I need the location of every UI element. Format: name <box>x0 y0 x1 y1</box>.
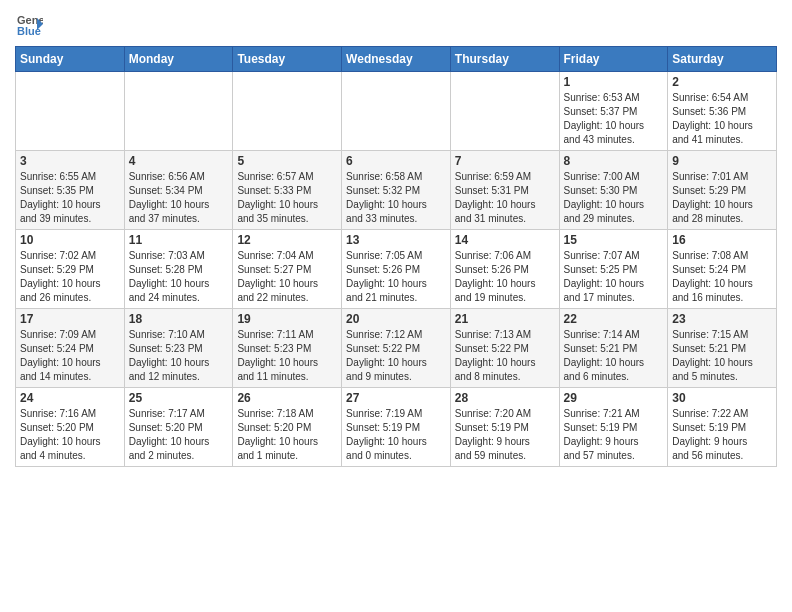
day-info: Sunrise: 7:03 AM Sunset: 5:28 PM Dayligh… <box>129 249 229 305</box>
day-info: Sunrise: 7:20 AM Sunset: 5:19 PM Dayligh… <box>455 407 555 463</box>
day-number: 18 <box>129 312 229 326</box>
calendar-cell: 19Sunrise: 7:11 AM Sunset: 5:23 PM Dayli… <box>233 309 342 388</box>
day-info: Sunrise: 7:14 AM Sunset: 5:21 PM Dayligh… <box>564 328 664 384</box>
day-info: Sunrise: 7:05 AM Sunset: 5:26 PM Dayligh… <box>346 249 446 305</box>
calendar-cell: 4Sunrise: 6:56 AM Sunset: 5:34 PM Daylig… <box>124 151 233 230</box>
day-number: 19 <box>237 312 337 326</box>
calendar-cell: 25Sunrise: 7:17 AM Sunset: 5:20 PM Dayli… <box>124 388 233 467</box>
day-number: 2 <box>672 75 772 89</box>
calendar-cell <box>233 72 342 151</box>
day-info: Sunrise: 7:09 AM Sunset: 5:24 PM Dayligh… <box>20 328 120 384</box>
calendar-cell: 15Sunrise: 7:07 AM Sunset: 5:25 PM Dayli… <box>559 230 668 309</box>
calendar-header-row: SundayMondayTuesdayWednesdayThursdayFrid… <box>16 47 777 72</box>
calendar-cell: 12Sunrise: 7:04 AM Sunset: 5:27 PM Dayli… <box>233 230 342 309</box>
day-info: Sunrise: 7:08 AM Sunset: 5:24 PM Dayligh… <box>672 249 772 305</box>
calendar-day-header: Friday <box>559 47 668 72</box>
day-number: 5 <box>237 154 337 168</box>
calendar-cell <box>450 72 559 151</box>
day-info: Sunrise: 7:13 AM Sunset: 5:22 PM Dayligh… <box>455 328 555 384</box>
day-number: 15 <box>564 233 664 247</box>
calendar-cell: 20Sunrise: 7:12 AM Sunset: 5:22 PM Dayli… <box>342 309 451 388</box>
calendar-week-row: 24Sunrise: 7:16 AM Sunset: 5:20 PM Dayli… <box>16 388 777 467</box>
day-number: 28 <box>455 391 555 405</box>
day-number: 13 <box>346 233 446 247</box>
day-number: 24 <box>20 391 120 405</box>
day-info: Sunrise: 7:19 AM Sunset: 5:19 PM Dayligh… <box>346 407 446 463</box>
calendar-day-header: Monday <box>124 47 233 72</box>
day-info: Sunrise: 6:56 AM Sunset: 5:34 PM Dayligh… <box>129 170 229 226</box>
day-number: 12 <box>237 233 337 247</box>
day-info: Sunrise: 7:12 AM Sunset: 5:22 PM Dayligh… <box>346 328 446 384</box>
day-number: 30 <box>672 391 772 405</box>
calendar-week-row: 3Sunrise: 6:55 AM Sunset: 5:35 PM Daylig… <box>16 151 777 230</box>
calendar-cell: 26Sunrise: 7:18 AM Sunset: 5:20 PM Dayli… <box>233 388 342 467</box>
day-number: 29 <box>564 391 664 405</box>
calendar-cell: 16Sunrise: 7:08 AM Sunset: 5:24 PM Dayli… <box>668 230 777 309</box>
calendar-cell: 13Sunrise: 7:05 AM Sunset: 5:26 PM Dayli… <box>342 230 451 309</box>
day-number: 22 <box>564 312 664 326</box>
calendar-cell: 17Sunrise: 7:09 AM Sunset: 5:24 PM Dayli… <box>16 309 125 388</box>
calendar-cell: 10Sunrise: 7:02 AM Sunset: 5:29 PM Dayli… <box>16 230 125 309</box>
calendar-cell: 1Sunrise: 6:53 AM Sunset: 5:37 PM Daylig… <box>559 72 668 151</box>
calendar-cell: 23Sunrise: 7:15 AM Sunset: 5:21 PM Dayli… <box>668 309 777 388</box>
day-number: 6 <box>346 154 446 168</box>
day-number: 8 <box>564 154 664 168</box>
calendar-cell: 8Sunrise: 7:00 AM Sunset: 5:30 PM Daylig… <box>559 151 668 230</box>
calendar-cell: 3Sunrise: 6:55 AM Sunset: 5:35 PM Daylig… <box>16 151 125 230</box>
calendar-cell: 30Sunrise: 7:22 AM Sunset: 5:19 PM Dayli… <box>668 388 777 467</box>
day-info: Sunrise: 6:59 AM Sunset: 5:31 PM Dayligh… <box>455 170 555 226</box>
day-number: 16 <box>672 233 772 247</box>
day-number: 20 <box>346 312 446 326</box>
day-number: 7 <box>455 154 555 168</box>
calendar-cell <box>342 72 451 151</box>
calendar-cell: 7Sunrise: 6:59 AM Sunset: 5:31 PM Daylig… <box>450 151 559 230</box>
day-info: Sunrise: 7:18 AM Sunset: 5:20 PM Dayligh… <box>237 407 337 463</box>
calendar-cell: 11Sunrise: 7:03 AM Sunset: 5:28 PM Dayli… <box>124 230 233 309</box>
calendar-table: SundayMondayTuesdayWednesdayThursdayFrid… <box>15 46 777 467</box>
day-info: Sunrise: 6:55 AM Sunset: 5:35 PM Dayligh… <box>20 170 120 226</box>
day-info: Sunrise: 7:10 AM Sunset: 5:23 PM Dayligh… <box>129 328 229 384</box>
calendar-cell: 2Sunrise: 6:54 AM Sunset: 5:36 PM Daylig… <box>668 72 777 151</box>
day-info: Sunrise: 7:02 AM Sunset: 5:29 PM Dayligh… <box>20 249 120 305</box>
calendar-cell: 9Sunrise: 7:01 AM Sunset: 5:29 PM Daylig… <box>668 151 777 230</box>
day-number: 21 <box>455 312 555 326</box>
day-info: Sunrise: 6:57 AM Sunset: 5:33 PM Dayligh… <box>237 170 337 226</box>
day-info: Sunrise: 7:07 AM Sunset: 5:25 PM Dayligh… <box>564 249 664 305</box>
day-number: 4 <box>129 154 229 168</box>
day-info: Sunrise: 7:17 AM Sunset: 5:20 PM Dayligh… <box>129 407 229 463</box>
day-number: 9 <box>672 154 772 168</box>
calendar-cell: 21Sunrise: 7:13 AM Sunset: 5:22 PM Dayli… <box>450 309 559 388</box>
day-info: Sunrise: 7:00 AM Sunset: 5:30 PM Dayligh… <box>564 170 664 226</box>
calendar-week-row: 1Sunrise: 6:53 AM Sunset: 5:37 PM Daylig… <box>16 72 777 151</box>
day-number: 27 <box>346 391 446 405</box>
day-info: Sunrise: 7:01 AM Sunset: 5:29 PM Dayligh… <box>672 170 772 226</box>
day-info: Sunrise: 7:16 AM Sunset: 5:20 PM Dayligh… <box>20 407 120 463</box>
day-info: Sunrise: 6:53 AM Sunset: 5:37 PM Dayligh… <box>564 91 664 147</box>
calendar-cell: 24Sunrise: 7:16 AM Sunset: 5:20 PM Dayli… <box>16 388 125 467</box>
calendar-cell: 27Sunrise: 7:19 AM Sunset: 5:19 PM Dayli… <box>342 388 451 467</box>
calendar-cell <box>16 72 125 151</box>
calendar-cell: 18Sunrise: 7:10 AM Sunset: 5:23 PM Dayli… <box>124 309 233 388</box>
day-number: 11 <box>129 233 229 247</box>
calendar-cell: 14Sunrise: 7:06 AM Sunset: 5:26 PM Dayli… <box>450 230 559 309</box>
day-number: 3 <box>20 154 120 168</box>
calendar-cell <box>124 72 233 151</box>
day-info: Sunrise: 6:54 AM Sunset: 5:36 PM Dayligh… <box>672 91 772 147</box>
day-info: Sunrise: 7:04 AM Sunset: 5:27 PM Dayligh… <box>237 249 337 305</box>
day-info: Sunrise: 6:58 AM Sunset: 5:32 PM Dayligh… <box>346 170 446 226</box>
day-number: 14 <box>455 233 555 247</box>
calendar-cell: 5Sunrise: 6:57 AM Sunset: 5:33 PM Daylig… <box>233 151 342 230</box>
day-number: 1 <box>564 75 664 89</box>
day-number: 26 <box>237 391 337 405</box>
day-number: 23 <box>672 312 772 326</box>
calendar-day-header: Tuesday <box>233 47 342 72</box>
calendar-cell: 6Sunrise: 6:58 AM Sunset: 5:32 PM Daylig… <box>342 151 451 230</box>
day-info: Sunrise: 7:11 AM Sunset: 5:23 PM Dayligh… <box>237 328 337 384</box>
calendar-day-header: Wednesday <box>342 47 451 72</box>
day-info: Sunrise: 7:06 AM Sunset: 5:26 PM Dayligh… <box>455 249 555 305</box>
logo: General Blue <box>15 10 47 38</box>
calendar-cell: 28Sunrise: 7:20 AM Sunset: 5:19 PM Dayli… <box>450 388 559 467</box>
day-number: 10 <box>20 233 120 247</box>
calendar-week-row: 10Sunrise: 7:02 AM Sunset: 5:29 PM Dayli… <box>16 230 777 309</box>
day-number: 25 <box>129 391 229 405</box>
